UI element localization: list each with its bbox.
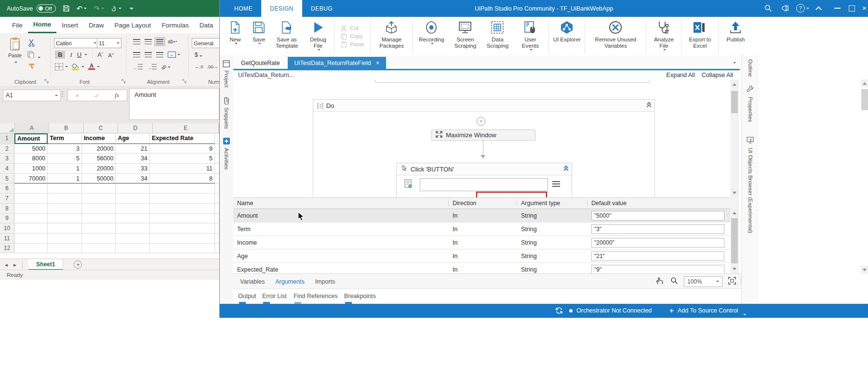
cell-empty[interactable] xyxy=(116,223,150,234)
formula-bar-splitter[interactable]: ••• xyxy=(62,91,64,98)
name-box[interactable]: A1 xyxy=(3,90,61,101)
row-header-5[interactable]: 5 xyxy=(0,174,14,184)
maximize-window-activity[interactable]: Maximize Window xyxy=(431,130,535,141)
arg-name[interactable]: Term xyxy=(233,226,449,233)
orientation-icon[interactable]: ab xyxy=(160,64,168,71)
cell-B5[interactable]: 1 xyxy=(48,174,82,184)
arg-default-input[interactable]: "5000" xyxy=(591,211,724,221)
cell-A1-active[interactable]: Amount xyxy=(14,133,48,144)
cell-empty[interactable] xyxy=(48,214,82,224)
cell-C4[interactable]: 20000 xyxy=(82,164,116,174)
sheet-next-icon[interactable]: ▸ xyxy=(13,261,16,268)
maximize-button[interactable] xyxy=(849,5,855,12)
cell-empty[interactable] xyxy=(150,183,215,194)
sidebar-item-snippets[interactable]: Snippets xyxy=(224,107,229,129)
cell-empty[interactable] xyxy=(82,223,116,234)
canvas-scrollbar[interactable] xyxy=(730,79,739,197)
menu-draw[interactable]: Draw xyxy=(83,18,109,33)
add-to-source-control[interactable]: Add To Source Control xyxy=(678,307,738,314)
collapse-ribbon-icon[interactable] xyxy=(816,6,821,13)
font-dialog-launcher-icon[interactable] xyxy=(121,78,126,84)
align-bottom-icon[interactable] xyxy=(156,39,163,44)
add-activity-icon[interactable]: + xyxy=(477,117,485,126)
cell-empty[interactable] xyxy=(150,204,215,214)
ui-explorer-button[interactable]: UI Explorer xyxy=(550,17,583,55)
scrollbar-thumb[interactable] xyxy=(731,91,738,113)
col-header-D[interactable]: D xyxy=(118,123,153,133)
arg-name[interactable]: Expected_Rate xyxy=(233,266,449,273)
scroll-down-icon[interactable] xyxy=(731,189,738,196)
scroll-down-icon[interactable] xyxy=(861,266,868,274)
font-name-combo[interactable]: Calibri xyxy=(54,38,98,48)
touch-mode-icon[interactable] xyxy=(111,5,121,12)
cell-empty[interactable] xyxy=(116,234,150,244)
arg-direction[interactable]: In xyxy=(449,226,517,233)
save-button[interactable]: Save xyxy=(248,17,270,55)
menu-file[interactable]: File xyxy=(7,18,28,33)
tab-error-list[interactable]: Error List xyxy=(262,293,287,300)
cell-D4[interactable]: 33 xyxy=(116,164,150,174)
font-size-combo[interactable]: 11 xyxy=(97,38,121,48)
cell-C5[interactable]: 50000 xyxy=(82,174,116,184)
doc-tab-uitestdata[interactable]: UiTestData_ReturnRateField × xyxy=(288,57,387,69)
copy-icon[interactable] xyxy=(27,51,40,59)
cell-A2[interactable]: 5000 xyxy=(14,144,48,154)
tab-arguments[interactable]: Arguments xyxy=(275,278,304,285)
cell-empty[interactable] xyxy=(82,234,116,244)
cell-B1[interactable]: Term xyxy=(48,133,82,144)
cell-E2[interactable]: 9 xyxy=(150,144,215,154)
tab-list-dropdown-icon[interactable] xyxy=(732,58,736,65)
row-header-11[interactable]: 11 xyxy=(0,234,14,244)
row-header-12[interactable]: 12 xyxy=(0,244,14,254)
copy-button[interactable]: Copy xyxy=(341,33,364,39)
arg-name[interactable]: Amount xyxy=(233,212,449,219)
cell-empty[interactable] xyxy=(150,234,215,244)
arg-default-input[interactable]: "20000" xyxy=(591,238,724,248)
cell-empty[interactable] xyxy=(116,214,150,224)
argument-row-income[interactable]: Income In String "20000" xyxy=(233,236,730,249)
tab-breakpoints[interactable]: Breakpoints xyxy=(344,293,376,300)
alignment-dialog-launcher-icon[interactable] xyxy=(182,78,187,84)
user-events-button[interactable]: User Events xyxy=(513,17,547,55)
row-header-7[interactable]: 7 xyxy=(0,194,14,204)
arg-type[interactable]: String xyxy=(517,226,588,233)
arg-default-input[interactable]: "9" xyxy=(591,265,724,274)
decrease-decimal-icon[interactable]: .00→ xyxy=(207,64,218,69)
argument-row-amount[interactable]: Amount In String "5000" xyxy=(233,209,730,222)
save-as-template-button[interactable]: Save as Template xyxy=(270,17,304,55)
formula-input[interactable]: Amount xyxy=(129,88,219,120)
new-sheet-icon[interactable]: + xyxy=(74,261,82,269)
select-all-corner[interactable] xyxy=(0,123,15,133)
cell-empty[interactable] xyxy=(14,194,48,204)
col-header-direction[interactable]: Direction xyxy=(449,200,517,207)
cell-D3[interactable]: 34 xyxy=(116,154,150,164)
currency-button[interactable]: $ xyxy=(195,52,202,58)
tab-variables[interactable]: Variables xyxy=(240,278,265,285)
align-center-icon[interactable] xyxy=(145,52,152,57)
arg-name[interactable]: Age xyxy=(233,253,449,260)
cell-empty[interactable] xyxy=(116,244,150,254)
cell-empty[interactable] xyxy=(14,223,48,234)
arg-type[interactable]: String xyxy=(517,266,588,273)
scrollbar-thumb[interactable] xyxy=(861,89,868,110)
pan-hand-icon[interactable] xyxy=(655,277,664,287)
cell-empty[interactable] xyxy=(48,183,82,194)
tab-design[interactable]: DESIGN xyxy=(261,0,302,17)
cell-D1[interactable]: Age xyxy=(116,133,150,144)
debug-file-button[interactable]: Debug File xyxy=(304,17,333,55)
row-header-2[interactable]: 2 xyxy=(0,144,14,154)
confirm-entry-icon[interactable]: ✓ xyxy=(94,92,100,99)
cell-empty[interactable] xyxy=(14,204,48,214)
cell-empty[interactable] xyxy=(116,194,150,204)
cell-D5[interactable]: 34 xyxy=(116,174,150,184)
zoom-icon[interactable] xyxy=(670,277,678,286)
arg-type[interactable]: String xyxy=(517,253,588,260)
cut-icon[interactable] xyxy=(28,39,36,48)
cell-B4[interactable]: 1 xyxy=(48,164,82,174)
arg-direction[interactable]: In xyxy=(449,239,517,246)
align-middle-icon[interactable] xyxy=(145,39,152,44)
snippets-panel-icon[interactable] xyxy=(223,97,230,106)
cell-C3[interactable]: 56000 xyxy=(82,154,116,164)
screen-scraping-button[interactable]: Screen Scraping xyxy=(449,17,481,55)
cell-empty[interactable] xyxy=(82,204,116,214)
